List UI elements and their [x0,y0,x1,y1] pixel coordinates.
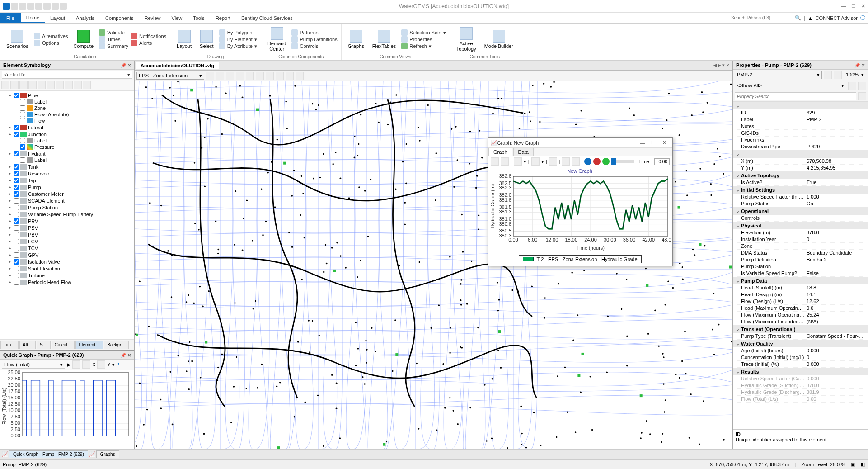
pump-definitions-button[interactable]: Pump Definitions [291,36,337,43]
layout-button[interactable]: Layout [174,29,194,50]
property-group-header[interactable]: ⌄ [733,102,868,109]
print-preview-icon[interactable] [52,3,59,10]
tree-item[interactable]: ▸Customer Meter [1,190,133,197]
toolbar-button[interactable] [206,72,214,80]
analysis-tab[interactable]: Analysis [70,13,100,23]
toolbar-button[interactable] [266,72,274,80]
toolbar-button[interactable] [531,157,540,166]
property-row[interactable]: Controls [733,215,868,222]
status-icon[interactable]: ▣ [851,461,855,467]
tree-item[interactable]: ▸Isolation Valve [1,258,133,265]
prev-icon[interactable]: ◀ [713,62,717,68]
select-button[interactable]: Select [197,29,216,50]
property-group-header[interactable]: ⌄ [733,150,868,158]
locate-icon[interactable] [824,71,832,79]
document-tab[interactable]: AcueductoIniciosOLUTION.wtg [136,62,219,69]
active-topology-button[interactable]: Active Topology [454,26,479,52]
dock-tab[interactable]: S… [37,341,51,349]
play-icon[interactable] [602,158,610,165]
property-row[interactable]: Downstream PipeP-629 [733,143,868,150]
property-group-header[interactable]: ⌄Pump Data [733,277,868,284]
toolbar-button[interactable] [1,81,9,89]
toolbar-button[interactable] [514,157,522,166]
toolbar-button[interactable] [236,72,244,80]
tree-item[interactable]: Label [1,137,133,144]
tree-item[interactable]: ▸Spot Elevation [1,265,133,272]
minimize-icon[interactable]: — [637,140,648,146]
connect-advisor[interactable]: CONNECT Advisor [816,15,858,21]
property-group-header[interactable]: ⌄Operational [733,207,868,215]
pin-icon[interactable]: 📌 ✕ [121,353,131,358]
tree-item[interactable]: ▸PRV [1,218,133,224]
tree-item[interactable]: Zone [1,105,133,111]
tree-item[interactable]: ▸Variable Speed Pump Battery [1,211,133,218]
tree-item[interactable]: ▸Tap [1,177,133,184]
property-row[interactable]: Pump Station [733,263,868,270]
property-search[interactable] [735,92,856,100]
property-row[interactable]: Pump Type (Transient)Constant Speed - Fo… [733,333,868,340]
tree-item[interactable]: Label [1,99,133,105]
go-icon[interactable]: ▶ [67,362,70,368]
quick-graph-footer-tab[interactable]: Quick Graph - Pump - PMP-2 (629) [9,450,88,458]
toolbar-button[interactable] [65,81,73,89]
property-row[interactable]: Y (m)4,215,854.95 [733,165,868,171]
tree-item[interactable]: ▸PSV [1,224,133,231]
file-tab[interactable]: File [0,13,21,23]
toolbar-button[interactable] [276,72,284,80]
tree-item[interactable]: ▸Junction [1,131,133,137]
maximize-icon[interactable]: ☐ [851,3,856,9]
graph-window-title[interactable]: 📈 Graph: New Graph — ☐ ✕ [488,138,672,148]
help-icon[interactable]: ? [117,362,119,367]
status-icon[interactable]: ◧ [861,461,865,467]
maximize-icon[interactable]: ☐ [648,140,659,146]
notifications-button[interactable]: Notifications [131,33,166,39]
toolbar-button[interactable] [72,360,80,369]
scenario-select[interactable]: EPS - Zona Extension ▾ [136,72,204,80]
toolbar-button[interactable] [286,72,294,80]
filter-select[interactable]: <Show All> ▾ [735,82,846,90]
symbology-tree[interactable]: ▸PipeLabelZoneFlow (Absolute)Flow▸Latera… [0,90,134,340]
property-group-header[interactable]: ⌄Initial Settings [733,186,868,194]
property-row[interactable]: Age (Initial) (hours)0.000 [733,347,868,354]
property-row[interactable]: Flow (Maximum Extended) (L/s)(N/A) [733,318,868,325]
tree-item[interactable]: ▸Lateral [1,124,133,131]
tree-item[interactable]: ▸GPV [1,251,133,258]
toolbar-button[interactable] [56,81,64,89]
property-row[interactable]: Head (Design) (m)14.1 [733,291,868,298]
property-group-header[interactable]: ⌄Transient (Operational) [733,325,868,333]
dropdown-icon[interactable]: ▾ [722,62,725,68]
attribute-select[interactable]: Flow (Total) ▾ [2,361,65,369]
toolbar-button[interactable] [19,81,28,89]
symbology-select[interactable]: <default> ▾ [2,71,132,79]
by-attribute-button[interactable]: By Attribute▾ [219,43,257,49]
property-row[interactable]: Flow (Design) (L/s)12.62 [733,298,868,305]
property-row[interactable]: Elevation (m)378.0 [733,229,868,236]
validate-button[interactable]: Validate [99,29,128,36]
tree-item[interactable]: ▸Pump [1,184,133,190]
search-icon[interactable] [858,92,866,100]
graph-tab[interactable]: Graph [488,148,512,156]
property-row[interactable]: Concentration (Initial) (mg/L)0 [733,354,868,361]
layout-tab[interactable]: Layout [45,13,70,23]
property-row[interactable]: Relative Speed Factor (Initial)1.000 [733,194,868,200]
tree-item[interactable]: ▸PBV [1,231,133,238]
open-icon[interactable] [19,3,26,10]
zoom-select[interactable]: 100%▾ [844,71,866,79]
element-select[interactable]: PMP-2 ▾ [735,71,822,79]
save-icon[interactable] [27,3,34,10]
property-row[interactable]: Zone [733,243,868,250]
rewind-icon[interactable] [584,158,591,165]
redo-icon[interactable] [43,3,51,10]
property-row[interactable]: ID629 [733,109,868,116]
next-icon[interactable]: ▶ [718,62,721,68]
toolbar-button[interactable] [74,81,82,89]
zoom-icon[interactable] [834,71,842,79]
property-group-header[interactable]: ⌄Results [733,368,868,375]
tree-item[interactable]: ▸TCV [1,245,133,251]
property-group-header[interactable]: ⌄Active Topology [733,171,868,179]
property-row[interactable]: Is Active?True [733,179,868,186]
toolbar-button[interactable] [28,81,37,89]
property-row[interactable]: Pump StatusOn [733,200,868,207]
toolbar-button[interactable] [256,72,264,80]
components-tab[interactable]: Components [100,13,139,23]
